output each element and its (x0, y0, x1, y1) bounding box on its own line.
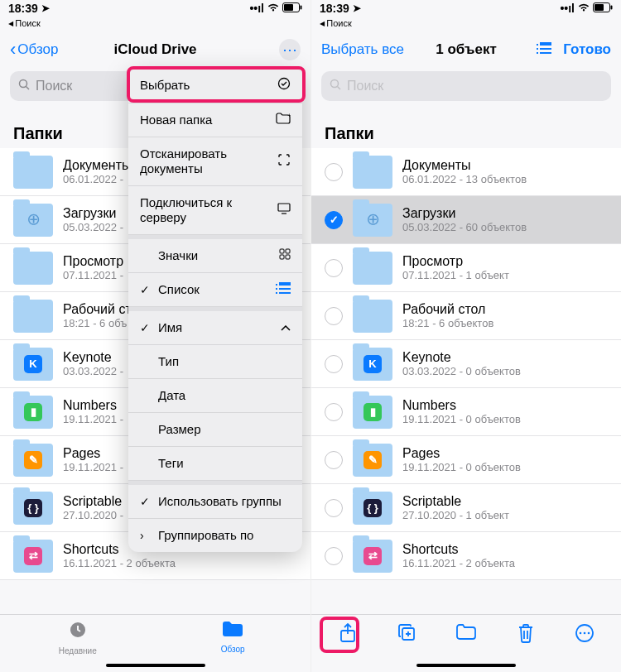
duplicate-button[interactable] (390, 623, 423, 641)
keynote-folder-icon: K (353, 348, 392, 381)
menu-label: Использовать группы (158, 494, 282, 509)
menu-label: Группировать по (158, 528, 253, 543)
selection-radio[interactable] (325, 259, 343, 277)
wifi-icon (577, 2, 590, 15)
svg-rect-11 (280, 255, 284, 259)
menu-use-groups[interactable]: ✓Использовать группы (128, 481, 302, 519)
menu-connect-server[interactable]: Подключиться к серверу (128, 186, 302, 235)
selection-radio[interactable] (325, 307, 343, 325)
shortcuts-app-icon: ⇄ (24, 547, 42, 565)
svg-point-22 (580, 632, 582, 635)
checkmark-circle-icon (277, 77, 291, 94)
keynote-app-icon: K (24, 355, 42, 373)
chevron-up-icon (281, 320, 291, 335)
selection-radio[interactable] (325, 163, 343, 181)
download-app-icon: ⊕ (24, 211, 42, 229)
menu-scan[interactable]: Отсканировать документы (128, 137, 302, 186)
folder-icon (353, 300, 392, 333)
wifi-icon (267, 2, 280, 15)
search-icon (330, 79, 342, 94)
more-button[interactable] (568, 623, 601, 643)
menu-group-by[interactable]: ›Группировать по (128, 519, 302, 552)
folder-name: Pages (402, 446, 608, 461)
menu-label: Новая папка (140, 113, 212, 127)
folder-list: Документы06.01.2022 - 13 объектов⊕Загруз… (311, 148, 621, 580)
folder-row[interactable]: ⊕Загрузки05.03.2022 - 60 объектов (311, 196, 621, 244)
folder-name: Shortcuts (402, 542, 608, 557)
folder-row[interactable]: Просмотр07.11.2021 - 1 объект (311, 244, 621, 292)
chevron-right-icon: › (140, 529, 152, 543)
folder-meta: 05.03.2022 - 60 объектов (402, 221, 608, 233)
menu-select[interactable]: Выбрать (128, 68, 302, 103)
download-folder-icon: ⊕ (353, 204, 392, 237)
selection-count: 1 объект (436, 41, 497, 58)
menu-sort-tags[interactable]: Теги (128, 447, 302, 481)
battery-icon (593, 2, 613, 15)
scan-icon (277, 153, 291, 170)
folder-name: Документы (402, 158, 608, 173)
app-breadcrumb[interactable]: Поиск (0, 17, 310, 31)
more-button[interactable]: ⋯ (279, 39, 301, 60)
selection-radio[interactable] (325, 355, 343, 373)
check-icon: ✓ (140, 321, 152, 335)
folder-icon (222, 620, 243, 643)
shortcuts-folder-icon: ⇄ (13, 540, 53, 573)
folder-row[interactable]: ▮Numbers19.11.2021 - 0 объектов (311, 388, 621, 436)
svg-line-4 (26, 86, 30, 89)
folder-row[interactable]: Документы06.01.2022 - 13 объектов (311, 148, 621, 196)
tab-recents[interactable]: Недавние (0, 620, 156, 655)
back-button[interactable]: ‹ Обзор (10, 41, 58, 59)
check-icon: ✓ (140, 283, 152, 297)
folder-icon (13, 156, 53, 189)
menu-sort-type[interactable]: Тип (128, 345, 302, 379)
menu-new-folder[interactable]: Новая папка + (128, 103, 302, 137)
folder-plus-icon: + (276, 113, 291, 127)
menu-label: Отсканировать документы (140, 146, 277, 176)
menu-label: Подключиться к серверу (140, 195, 277, 225)
page-title: iCloud Drive (113, 41, 196, 58)
folder-icon (353, 156, 392, 189)
menu-sort-date[interactable]: Дата (128, 379, 302, 413)
clock-icon (68, 620, 88, 645)
screen-browse: 18:39 ➤ ••ıl Поиск ‹ Обзор iCloud Drive … (0, 0, 310, 672)
svg-rect-7 (278, 204, 290, 211)
selection-radio[interactable] (325, 451, 343, 469)
folder-row[interactable]: Рабочий стол18:21 - 6 объектов (311, 292, 621, 340)
pages-folder-icon: ✎ (353, 444, 392, 477)
svg-line-18 (338, 86, 341, 89)
folder-meta: 16.11.2021 - 2 объекта (402, 557, 608, 569)
folder-row[interactable]: { }Scriptable27.10.2020 - 1 объект (311, 484, 621, 532)
folder-name: Numbers (402, 398, 608, 413)
selection-radio[interactable] (325, 403, 343, 421)
folder-row[interactable]: ✎Pages19.11.2021 - 0 объектов (311, 436, 621, 484)
keynote-folder-icon: K (13, 348, 53, 381)
move-button[interactable] (450, 623, 483, 640)
home-indicator (416, 664, 516, 667)
share-button[interactable] (331, 623, 364, 643)
folder-name: Просмотр (402, 254, 608, 269)
menu-sort-name[interactable]: ✓Имя (128, 307, 302, 345)
menu-sort-size[interactable]: Размер (128, 413, 302, 447)
selection-radio[interactable] (325, 547, 343, 565)
menu-view-icons[interactable]: Значки (128, 235, 302, 273)
svg-point-3 (20, 79, 27, 87)
delete-button[interactable] (509, 623, 542, 643)
list-view-icon[interactable] (537, 42, 551, 57)
status-bar: 18:39 ➤ ••ıl (0, 0, 310, 17)
folder-name: Загрузки (402, 206, 608, 221)
select-all-button[interactable]: Выбрать все (321, 41, 404, 58)
svg-point-5 (279, 79, 290, 89)
folder-row[interactable]: ⇄Shortcuts16.11.2021 - 2 объекта (311, 532, 621, 580)
menu-label: Размер (158, 422, 201, 437)
numbers-folder-icon: ▮ (13, 396, 53, 429)
selection-radio[interactable] (325, 499, 343, 517)
folder-row[interactable]: KKeynote03.03.2022 - 0 объектов (311, 340, 621, 388)
menu-view-list[interactable]: ✓Список (128, 273, 302, 307)
tab-browse[interactable]: Обзор (156, 620, 311, 654)
selection-radio[interactable] (325, 211, 343, 229)
keynote-app-icon: K (363, 355, 382, 373)
folder-meta: 06.01.2022 - 13 объектов (402, 173, 608, 185)
app-breadcrumb[interactable]: Поиск (311, 17, 621, 31)
done-button[interactable]: Готово (563, 41, 611, 58)
status-time: 18:39 (8, 2, 38, 15)
